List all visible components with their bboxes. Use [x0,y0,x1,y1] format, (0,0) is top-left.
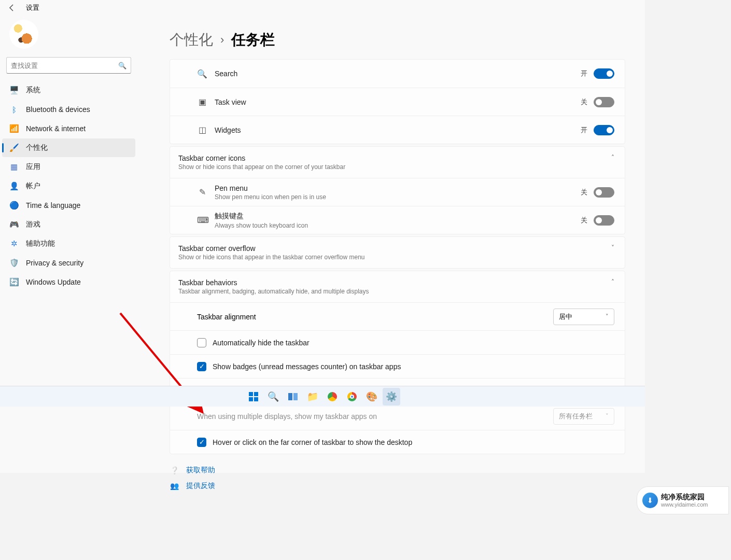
page-title: 任务栏 [231,30,275,50]
taskview-toggle[interactable] [594,97,614,107]
badges-row[interactable]: Show badges (unread messages counter) on… [170,354,625,378]
section-overflow[interactable]: Taskbar corner overflow Show or hide ico… [170,237,625,268]
sidebar-item-personalization[interactable]: 🖌️个性化 [2,138,135,157]
row-label: Widgets [215,126,581,134]
update-icon: 🔄 [9,277,19,287]
section-behaviors[interactable]: Taskbar behaviors Taskbar alignment, bad… [170,271,625,302]
breadcrumb: 个性化 › 任务栏 [170,30,625,50]
corner-item-pen: ✎ Pen menu Show pen menu icon when pen i… [170,178,625,206]
back-button[interactable] [4,0,20,16]
search-button[interactable]: 🔍 [264,388,282,405]
display-icon: 🖥️ [9,86,19,95]
watermark-url: www.yidaimei.com [661,501,708,508]
hover-corner-checkbox[interactable] [197,438,206,447]
row-label: Show badges (unread messages counter) on… [213,362,401,371]
chrome-button[interactable] [343,388,361,405]
sidebar-item-label: 系统 [26,86,40,95]
dropdown-value: 所有任务栏 [559,412,593,421]
search-input[interactable] [11,62,118,69]
wifi-icon: 📶 [9,124,19,133]
section-corner-icons[interactable]: Taskbar corner icons Show or hide icons … [170,147,625,178]
taskbar: 🔍 📁 🎨 ⚙️ [0,386,645,407]
sidebar-item-label: 个性化 [26,143,48,152]
sidebar-item-accessibility[interactable]: ✲辅助功能 [2,234,135,253]
breadcrumb-parent[interactable]: 个性化 [170,30,213,50]
sidebar-item-bluetooth[interactable]: ᛒBluetooth & devices [2,100,135,119]
row-subtitle: Always show touch keyboard icon [215,222,581,229]
link-label: 提供反馈 [186,481,215,491]
search-icon: 🔍 [118,62,126,69]
widgets-icon: ◫ [197,125,207,135]
paint-button[interactable]: 🎨 [363,388,381,405]
svg-rect-6 [293,393,298,400]
sidebar-item-apps[interactable]: ▦应用 [2,158,135,176]
hover-corner-row[interactable]: Hover or click on the far corner of task… [170,430,625,454]
chevron-down-icon: ˅ [606,413,609,419]
toggle-state: 关 [581,188,587,197]
sidebar-item-update[interactable]: 🔄Windows Update [2,273,135,291]
alignment-dropdown[interactable]: 居中 ˅ [553,309,614,325]
row-label: When using multiple displays, show my ta… [197,412,553,421]
corner-item-keyboard: ⌨ 触摸键盘 Always show touch keyboard icon 关 [170,206,625,234]
explorer-button[interactable]: 📁 [304,388,321,405]
watermark: ⬇ 纯净系统家园 www.yidaimei.com [637,486,729,514]
feedback-link[interactable]: 👥提供反馈 [170,481,625,491]
avatar[interactable] [9,20,38,49]
svg-rect-4 [254,397,258,401]
toggle-state: 开 [581,125,587,135]
search-toggle[interactable] [594,68,614,79]
widgets-toggle[interactable] [594,125,614,135]
row-label: Pen menu [215,184,581,192]
sidebar-item-time[interactable]: 🔵Time & language [2,196,135,215]
taskview-button[interactable] [284,388,302,405]
download-icon: ⬇ [642,493,658,508]
search-input-wrap[interactable]: 🔍 [6,57,131,74]
chrome-canary-button[interactable] [324,388,341,405]
row-label: 触摸键盘 [215,212,581,221]
taskbar-item-search: 🔍 Search 开 [170,60,625,88]
row-label: Search [215,69,581,78]
row-label: Task view [215,98,581,106]
sidebar-item-gaming[interactable]: 🎮游戏 [2,215,135,234]
section-title: Taskbar corner icons [178,154,611,162]
autohide-row[interactable]: Automatically hide the taskbar [170,330,625,354]
gamepad-icon: 🎮 [9,220,19,229]
row-label: Hover or click on the far corner of task… [213,438,412,446]
section-title: Taskbar corner overflow [178,244,611,253]
sidebar-item-system[interactable]: 🖥️系统 [2,81,135,100]
sidebar-item-label: 应用 [26,162,40,172]
search-icon: 🔍 [197,69,207,79]
row-label: Taskbar alignment [197,313,553,321]
svg-rect-2 [254,392,258,396]
keyboard-icon: ⌨ [197,215,207,225]
row-label: Automatically hide the taskbar [213,339,310,347]
help-link[interactable]: ❔获取帮助 [170,466,625,475]
keyboard-toggle[interactable] [594,215,614,226]
sidebar-item-accounts[interactable]: 👤帐户 [2,177,135,195]
chevron-up-icon: ˄ [611,154,614,161]
sidebar-item-label: Privacy & security [26,259,83,267]
pen-toggle[interactable] [594,187,614,198]
sidebar-item-label: Time & language [26,201,80,209]
multi-dropdown: 所有任务栏 ˅ [553,408,614,425]
autohide-checkbox[interactable] [197,338,206,347]
chevron-up-icon: ˄ [611,278,614,286]
taskview-icon: ▣ [197,97,207,107]
toggle-state: 关 [581,97,587,107]
badges-checkbox[interactable] [197,362,206,371]
sidebar-item-label: Network & internet [26,124,86,133]
chevron-right-icon: › [220,33,224,47]
start-button[interactable] [245,388,262,405]
toggle-state: 开 [581,69,587,78]
toggle-state: 关 [581,216,587,225]
section-subtitle: Show or hide icons that appear on the co… [178,163,611,171]
alignment-row: Taskbar alignment 居中 ˅ [170,302,625,330]
chevron-down-icon: ˅ [611,244,614,251]
section-subtitle: Show or hide icons that appear in the ta… [178,254,611,261]
settings-button[interactable]: ⚙️ [383,388,400,405]
sidebar-item-privacy[interactable]: 🛡️Privacy & security [2,254,135,272]
taskbar-item-taskview: ▣ Task view 关 [170,88,625,116]
dropdown-value: 居中 [559,312,572,321]
sidebar-item-network[interactable]: 📶Network & internet [2,119,135,138]
accessibility-icon: ✲ [9,239,19,248]
